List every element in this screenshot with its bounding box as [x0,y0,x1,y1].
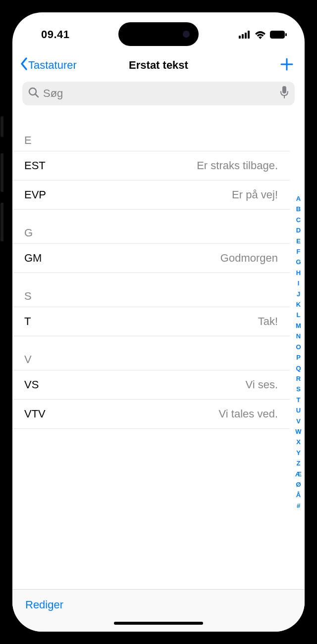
content-area: EESTEr straks tilbage.EVPEr på vej!GGMGo… [12,110,305,589]
alpha-index-letter[interactable]: N [295,331,302,341]
phone-frame: 09.41 Tastaturer Erstat tekst [5,5,312,639]
phrase-text: Vi tales ved. [219,408,278,420]
alpha-index-letter[interactable]: Å [295,490,302,500]
add-button[interactable] [278,55,296,75]
shortcut-text: VS [24,378,39,391]
svg-rect-3 [248,31,250,39]
phrase-text: Tak! [258,315,278,328]
svg-rect-1 [242,34,244,39]
svg-line-7 [36,94,39,97]
alpha-index-letter[interactable]: C [295,215,302,225]
alpha-index-letter[interactable]: # [295,501,302,511]
section-header: V [12,336,290,370]
alpha-index-letter[interactable]: Z [295,458,302,468]
alpha-index-letter[interactable]: Ø [295,479,302,490]
alpha-index-letter[interactable]: R [295,373,302,384]
shortcut-text: EVP [24,188,46,201]
alpha-index-letter[interactable]: F [295,246,302,257]
alpha-index-letter[interactable]: T [295,395,302,405]
navigation-bar: Tastaturer Erstat tekst [12,51,305,80]
status-icons [239,31,287,39]
back-button[interactable]: Tastaturer [18,57,77,74]
shortcut-text: VTV [24,408,46,420]
screen: 09.41 Tastaturer Erstat tekst [12,12,305,632]
home-indicator[interactable] [114,622,203,625]
search-icon [28,87,39,100]
shortcut-text: GM [24,252,42,265]
alpha-index-letter[interactable]: Æ [295,469,302,479]
chevron-left-icon [18,57,29,74]
microphone-icon[interactable] [280,86,289,101]
wifi-icon [255,31,266,39]
nav-title: Erstat tekst [129,59,188,72]
battery-icon [270,31,287,39]
alpha-index-letter[interactable]: U [295,405,302,415]
plus-icon [280,64,294,73]
alpha-index-letter[interactable]: G [295,257,302,267]
alpha-index-letter[interactable]: A [295,193,302,204]
alpha-index-letter[interactable]: S [295,384,302,394]
alpha-index-letter[interactable]: W [295,426,302,437]
alpha-index-letter[interactable]: Q [295,363,302,373]
cellular-signal-icon [239,31,251,39]
shortcut-text: T [24,315,31,328]
svg-rect-5 [285,33,287,36]
bottom-toolbar: Rediger [12,589,305,632]
phrase-text: Vi ses. [245,378,278,391]
alpha-index-letter[interactable]: V [295,416,302,426]
svg-rect-8 [282,86,286,93]
alpha-index-letter[interactable]: B [295,204,302,214]
list-row[interactable]: VTVVi tales ved. [12,400,290,429]
section-header: E [12,110,290,151]
list-row[interactable]: GMGodmorgen [12,244,290,273]
alpha-index-letter[interactable]: J [295,289,302,299]
alpha-index[interactable]: ABCDEFGHIJKLMNOPQRSTUVWXYZÆØÅ# [295,193,302,511]
alpha-index-letter[interactable]: H [295,268,302,278]
svg-rect-4 [270,31,285,39]
search-bar[interactable] [22,82,295,105]
edit-button[interactable]: Rediger [25,598,63,611]
shortcut-text: EST [24,159,46,172]
list-row[interactable]: VSVi ses. [12,370,290,400]
phrase-text: Er på vej! [232,188,278,201]
phrase-text: Godmorgen [220,252,278,265]
alpha-index-letter[interactable]: E [295,236,302,246]
svg-rect-2 [245,33,247,39]
alpha-index-letter[interactable]: Y [295,448,302,458]
search-input[interactable] [43,87,276,100]
phrase-text: Er straks tilbage. [197,159,278,172]
alpha-index-letter[interactable]: X [295,437,302,447]
list-row[interactable]: TTak! [12,307,290,336]
list-row[interactable]: ESTEr straks tilbage. [12,151,290,181]
alpha-index-letter[interactable]: L [295,310,302,320]
svg-rect-0 [239,36,241,39]
list-row[interactable]: EVPEr på vej! [12,181,290,210]
section-header: G [12,210,290,244]
alpha-index-letter[interactable]: K [295,299,302,310]
back-label: Tastaturer [28,59,77,72]
alpha-index-letter[interactable]: P [295,352,302,363]
dynamic-island [118,22,199,46]
shortcut-list[interactable]: EESTEr straks tilbage.EVPEr på vej!GGMGo… [12,110,305,429]
section-header: S [12,273,290,307]
alpha-index-letter[interactable]: M [295,321,302,331]
alpha-index-letter[interactable]: I [295,278,302,288]
alpha-index-letter[interactable]: O [295,342,302,352]
alpha-index-letter[interactable]: D [295,225,302,235]
